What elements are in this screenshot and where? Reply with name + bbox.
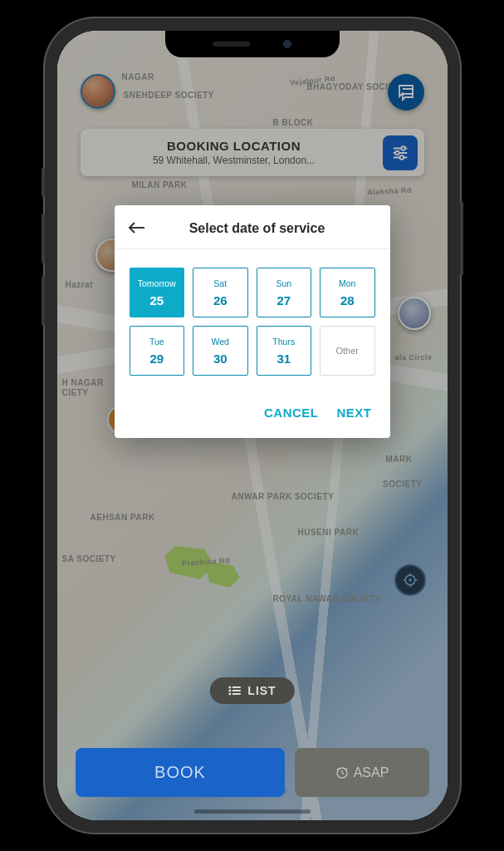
date-number: 30 [213, 352, 228, 366]
list-button-label: LIST [247, 684, 276, 697]
date-label: Sat [213, 278, 227, 288]
date-number: 31 [276, 352, 291, 366]
date-label: Mon [339, 278, 355, 288]
date-option-sat[interactable]: Sat 26 [193, 268, 248, 317]
modal-actions: CANCEL NEXT [115, 384, 390, 438]
date-grid: Tomorrow 25 Sat 26 Sun 27 Mon 28 Tue 2 [115, 249, 390, 384]
screen: NAGAR SNEHDEEP SOCIETY B BLOCK BHAGYODAY… [57, 31, 448, 820]
arrow-left-icon [128, 221, 146, 234]
date-label: Tomorrow [138, 278, 176, 288]
date-option-thurs[interactable]: Thurs 31 [257, 326, 312, 376]
date-number: 26 [213, 293, 228, 307]
date-number: 29 [149, 352, 164, 366]
date-number: 27 [276, 293, 291, 307]
volume-up [42, 214, 45, 263]
phone-frame: NAGAR SNEHDEEP SOCIETY B BLOCK BHAGYODAY… [45, 18, 460, 833]
home-indicator[interactable] [194, 809, 311, 814]
date-option-mon[interactable]: Mon 28 [320, 268, 375, 317]
asap-button-label: ASAP [354, 765, 389, 780]
svg-point-12 [228, 686, 231, 689]
list-icon [228, 686, 241, 696]
modal-title: Select date of service [158, 221, 357, 236]
date-option-tomorrow[interactable]: Tomorrow 25 [130, 268, 185, 317]
notch [165, 31, 340, 57]
date-label: Sun [276, 278, 291, 288]
cancel-button[interactable]: CANCEL [264, 406, 319, 420]
mute-switch [42, 168, 45, 197]
svg-point-14 [228, 690, 231, 692]
date-label: Tue [149, 337, 164, 347]
modal-header: Select date of service [115, 205, 390, 249]
list-toggle-button[interactable]: LIST [209, 677, 294, 704]
book-button[interactable]: BOOK [76, 748, 286, 797]
bottom-action-bar: BOOK ASAP [76, 748, 429, 797]
date-picker-modal: Select date of service Tomorrow 25 Sat 2… [115, 205, 390, 438]
date-label: Wed [212, 337, 229, 347]
asap-button[interactable]: ASAP [295, 748, 428, 797]
date-label: Other [335, 346, 359, 356]
date-label: Thurs [272, 337, 295, 347]
volume-down [42, 276, 45, 326]
svg-point-16 [228, 693, 231, 696]
power-button [460, 201, 463, 276]
back-button[interactable] [128, 220, 146, 237]
date-number: 25 [149, 293, 164, 307]
date-option-tue[interactable]: Tue 29 [130, 326, 185, 376]
front-camera [283, 40, 291, 48]
book-button-label: BOOK [154, 763, 206, 781]
date-number: 28 [340, 293, 355, 307]
date-option-other[interactable]: Other [320, 326, 375, 376]
date-option-sun[interactable]: Sun 27 [257, 268, 312, 317]
clock-icon [335, 766, 349, 780]
speaker [213, 42, 250, 47]
next-button[interactable]: NEXT [336, 406, 371, 420]
date-option-wed[interactable]: Wed 30 [193, 326, 248, 376]
